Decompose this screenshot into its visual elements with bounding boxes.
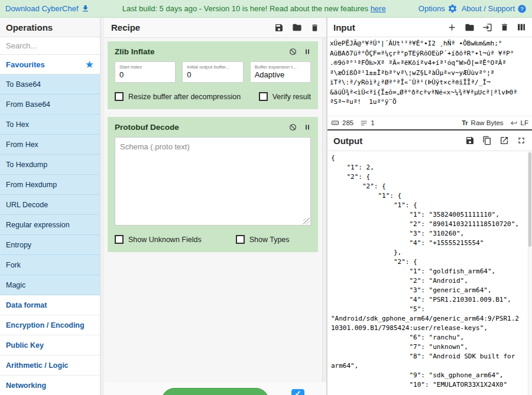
output-scrollbar-thumb[interactable] — [528, 152, 531, 247]
sidebar-op-magic[interactable]: Magic — [0, 275, 100, 295]
op-card-zlib-inflate[interactable]: Zlib Inflate Start index 0 — [108, 41, 318, 109]
field-start-index-value: 0 — [119, 70, 171, 79]
input-status-bar: 285 1 Tr Raw Bytes LF — [327, 116, 532, 130]
auto-bake-checkbox[interactable]: ✓ — [291, 389, 304, 395]
auto-bake-check-glyph: ✓ — [295, 389, 301, 395]
input-textarea[interactable]: xÚePËJÃ@°¥ªÚ°|´ÁUt¹²ª¥É°•I2 ¸hÑª •ÔBw‰m&… — [327, 37, 532, 116]
character-encoding-value[interactable]: Raw Bytes — [471, 119, 504, 126]
recipe-title: Recipe — [111, 22, 140, 32]
options-link[interactable]: Options — [419, 4, 458, 14]
star-icon[interactable]: ★ — [85, 60, 94, 70]
category-arithmetic-logic[interactable]: Arithmetic / Logic — [0, 355, 100, 376]
checkbox-verify-result[interactable]: Verify result — [259, 92, 311, 101]
category-data-format[interactable]: Data format — [0, 295, 100, 315]
copy-output-icon[interactable] — [482, 136, 492, 145]
char-count-value: 285 — [342, 119, 353, 126]
build-banner-text: Last build: 5 days ago - Version 10 is h… — [95, 4, 414, 13]
open-file-as-input-icon[interactable] — [482, 22, 492, 32]
eol-value[interactable]: LF — [521, 119, 528, 126]
save-recipe-icon[interactable] — [274, 23, 284, 32]
sidebar-op-to-hexdump[interactable]: To Hexdump — [0, 155, 100, 175]
field-initial-output-buffer-label: Initial output buffer... — [187, 64, 238, 70]
bake-area: ✓ — [104, 382, 326, 395]
download-cyberchef-link[interactable]: Download CyberChef — [5, 4, 90, 13]
category-public-key[interactable]: Public Key — [0, 335, 100, 355]
category-networking[interactable]: Networking — [0, 376, 100, 395]
checkbox-verify-result-label: Verify result — [273, 93, 311, 101]
output-title: Output — [333, 136, 362, 146]
character-encoding-icon: Tr — [462, 119, 468, 126]
input-title: Input — [333, 22, 355, 32]
recipe-list: Zlib Inflate Start index 0 — [104, 38, 326, 382]
field-start-index-label: Start index — [119, 64, 171, 70]
checkbox-show-types-box[interactable] — [236, 235, 245, 244]
svg-text:?: ? — [520, 6, 524, 12]
sidebar-op-url-decode[interactable]: URL Decode — [0, 195, 100, 215]
checkbox-show-unknown-fields-box[interactable] — [115, 235, 124, 244]
field-buffer-expansion-label: Buffer expansion t... — [255, 64, 306, 70]
banner-right-links: Options About / Support ? — [419, 4, 527, 14]
checkbox-show-types[interactable]: Show Types — [236, 235, 290, 244]
checkbox-show-unknown-fields[interactable]: Show Unknown Fields — [115, 235, 202, 244]
field-start-index[interactable]: Start index 0 — [115, 61, 176, 83]
sidebar-op-from-hexdump[interactable]: From Hexdump — [0, 175, 100, 195]
op-name-protobuf-decode: Protobuf Decode — [115, 123, 179, 132]
open-output-in-new-tab-icon[interactable] — [499, 136, 509, 145]
recipe-header: Recipe — [104, 18, 326, 38]
recipe-scrollbar[interactable] — [322, 38, 326, 382]
add-input-tab-icon[interactable] — [447, 22, 457, 32]
disable-op-icon[interactable] — [289, 123, 297, 131]
breakpoint-pause-icon[interactable] — [304, 123, 311, 131]
sidebar-op-from-base64[interactable]: From Base64 — [0, 94, 100, 115]
save-output-icon[interactable] — [465, 136, 475, 145]
favourites-header[interactable]: Favourites ★ — [0, 55, 100, 74]
checkbox-verify-result-box[interactable] — [259, 92, 268, 101]
download-link-label: Download CyberChef — [5, 4, 79, 13]
char-count-icon — [331, 119, 339, 127]
about-label: About / Support — [462, 4, 515, 13]
sidebar-op-to-base64[interactable]: To Base64 — [0, 74, 100, 94]
sidebar-op-from-hex[interactable]: From Hex — [0, 135, 100, 155]
line-count-value: 1 — [371, 119, 374, 126]
top-banner: Download CyberChef Last build: 5 days ag… — [0, 0, 532, 18]
line-count-icon — [360, 119, 368, 127]
build-message: Last build: 5 days ago - Version 10 is h… — [122, 4, 371, 13]
field-initial-output-buffer-value: 0 — [187, 70, 238, 79]
open-folder-icon[interactable] — [465, 22, 475, 32]
op-card-protobuf-decode[interactable]: Protobuf Decode — [108, 117, 318, 252]
sidebar-op-regular-expression[interactable]: Regular expression — [0, 215, 100, 235]
output-scrollbar[interactable] — [528, 151, 532, 395]
breakpoint-pause-icon[interactable] — [304, 48, 311, 56]
checkbox-show-types-label: Show Types — [249, 236, 290, 244]
about-support-link[interactable]: About / Support ? — [462, 4, 527, 14]
field-buffer-expansion-value: Adaptive — [255, 70, 306, 79]
schema-textarea[interactable] — [115, 137, 311, 226]
operations-panel: Operations Favourites ★ To Base64 From B… — [0, 18, 100, 395]
operations-title: Operations — [0, 18, 100, 37]
input-tabs-grid-icon[interactable] — [517, 22, 526, 32]
build-link[interactable]: here — [371, 4, 386, 13]
bake-button[interactable] — [161, 388, 269, 395]
sidebar-op-to-hex[interactable]: To Hex — [0, 115, 100, 135]
sidebar-op-entropy[interactable]: Entropy — [0, 235, 100, 255]
clear-recipe-trash-icon[interactable] — [310, 23, 319, 32]
field-initial-output-buffer[interactable]: Initial output buffer... 0 — [182, 61, 243, 83]
gear-icon — [447, 4, 458, 14]
output-text: { "1": 2, "2": { "2": { "1": { "1": { "1… — [327, 151, 528, 395]
input-header: Input — [327, 18, 532, 37]
checkbox-resize-buffer-box[interactable] — [115, 92, 124, 101]
sidebar-op-fork[interactable]: Fork — [0, 255, 100, 275]
textarea-resize-grip[interactable] — [303, 218, 310, 224]
download-icon — [81, 4, 90, 13]
checkbox-resize-buffer[interactable]: Resize buffer after decompression — [115, 92, 241, 101]
field-buffer-expansion-select[interactable]: Buffer expansion t... Adaptive — [250, 61, 311, 83]
disable-op-icon[interactable] — [289, 48, 297, 56]
load-recipe-folder-icon[interactable] — [292, 22, 302, 32]
maximize-output-icon[interactable] — [517, 136, 526, 145]
clear-input-trash-icon[interactable] — [500, 22, 509, 32]
category-encryption-encoding[interactable]: Encryption / Encoding — [0, 315, 100, 335]
recipe-panel: Recipe Zlib Inflate — [104, 18, 327, 395]
checkbox-show-unknown-fields-label: Show Unknown Fields — [128, 236, 202, 244]
eol-return-arrow-icon — [510, 119, 518, 127]
search-input[interactable] — [6, 41, 94, 50]
